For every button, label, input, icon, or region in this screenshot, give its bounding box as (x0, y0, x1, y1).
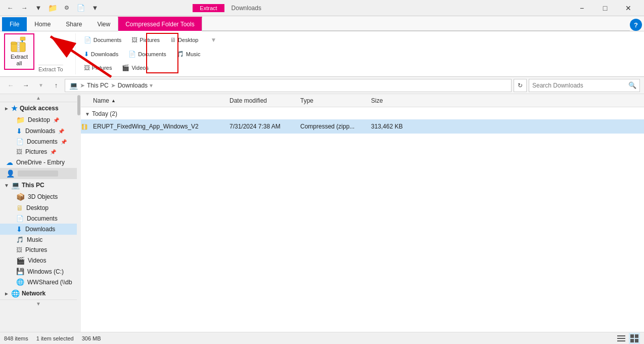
minimize-button[interactable]: − (570, 0, 593, 16)
ribbon-link-music[interactable]: 🎵 Music (176, 51, 201, 58)
address-path[interactable]: 💻 ➤ This PC ➤ Downloads ▾ (65, 79, 512, 92)
column-header-row: Name ▲ Date modified Type Size (81, 94, 644, 107)
svg-rect-14 (84, 127, 85, 128)
sidebar-item-documents-qa[interactable]: 📄 Documents 📌 (0, 137, 77, 147)
svg-rect-17 (617, 340, 625, 341)
new-folder-icon[interactable]: 📄 (75, 2, 87, 14)
refresh-button[interactable]: ↻ (514, 79, 527, 92)
sidebar-item-desktop-pc[interactable]: 🖥 Desktop (0, 202, 77, 213)
tab-extract-label: Extract (193, 4, 224, 12)
sidebar-item-wwshared[interactable]: 🌐 WWShared (\\db (0, 277, 77, 287)
items-count: 848 items (4, 335, 28, 341)
sidebar-this-pc[interactable]: ▼ 💻 This PC (0, 179, 77, 191)
toolbar-dropdown-icon[interactable]: ▼ (89, 2, 101, 14)
search-icon: 🔍 (628, 81, 636, 89)
sidebar-item-3dobjects[interactable]: 📦 3D Objects (0, 191, 77, 202)
videos-icon: 🎬 (16, 256, 25, 265)
3dobjects-icon: 📦 (16, 193, 25, 201)
nav-recent-button[interactable]: ▼ (34, 79, 48, 92)
file-list-area: Name ▲ Date modified Type Size ▼ Today (… (81, 94, 644, 332)
desktop-folder-icon: 📁 (16, 116, 25, 124)
svg-rect-2 (18, 43, 19, 45)
svg-rect-12 (84, 125, 85, 126)
properties-icon[interactable]: ⚙ (61, 2, 73, 14)
main-layout: ▲ ► ★ Quick access 📁 Desktop 📌 ⬇ Downloa… (0, 94, 644, 332)
selected-count: 1 item selected (36, 335, 74, 341)
sidebar-item-documents-pc[interactable]: 📄 Documents (0, 213, 77, 224)
svg-rect-3 (18, 46, 19, 47)
sidebar-scroll-down[interactable]: ▼ (0, 299, 77, 308)
svg-rect-19 (635, 334, 638, 338)
table-row[interactable]: ERUPT_FixedWing_App_Windows_V2 7/31/2024… (81, 119, 644, 134)
folder-icon-qa[interactable]: 📁 (47, 2, 59, 14)
recent-icon[interactable]: ▼ (32, 2, 44, 14)
selected-size: 306 MB (82, 335, 101, 341)
this-pc-icon: 💻 (69, 81, 78, 90)
col-header-size[interactable]: Size (367, 97, 418, 104)
extract-all-button[interactable]: Extractall (4, 33, 34, 70)
sidebar-item-pictures-pc[interactable]: 🖼 Pictures (0, 245, 77, 255)
group-chevron-icon[interactable]: ▼ (85, 111, 90, 117)
sidebar-item-videos[interactable]: 🎬 Videos (0, 255, 77, 266)
view-controls (616, 333, 640, 344)
ribbon-link-videos[interactable]: 🎬 Videos (122, 64, 148, 71)
sidebar-scrollbar[interactable] (77, 94, 81, 332)
col-header-name[interactable]: Name ▲ (89, 97, 225, 104)
details-view-button[interactable] (616, 333, 627, 344)
tab-file[interactable]: File (2, 17, 27, 31)
extract-to-section: Extract To (38, 33, 63, 74)
drive-c-icon: 💾 (16, 268, 24, 275)
user-icon: 👤 (6, 169, 15, 178)
svg-rect-21 (635, 339, 638, 342)
nav-forward-button[interactable]: → (19, 79, 32, 92)
path-thispc[interactable]: This PC (87, 82, 109, 89)
tab-downloads-label: Downloads (224, 4, 268, 13)
maximize-button[interactable]: □ (593, 0, 617, 16)
ribbon-link-documents[interactable]: 📄 Documents (84, 36, 122, 44)
close-button[interactable]: ✕ (617, 0, 640, 16)
nav-up-button[interactable]: ↑ (50, 79, 63, 92)
search-box[interactable]: 🔍 (529, 79, 640, 92)
forward-nav-icon[interactable]: → (18, 2, 30, 14)
music-icon: 🎵 (16, 236, 24, 243)
sidebar-item-user[interactable]: 👤 (0, 168, 77, 179)
path-downloads[interactable]: Downloads (118, 82, 148, 89)
sidebar-item-downloads-qa[interactable]: ⬇ Downloads 📌 (0, 125, 77, 137)
ribbon-link-documents2[interactable]: 📄 Documents (128, 51, 166, 58)
pictures-pc-icon: 🖼 (16, 246, 22, 253)
onedrive-icon: ☁ (6, 158, 13, 166)
back-nav-icon[interactable]: ← (4, 2, 16, 14)
sidebar-item-pictures-qa[interactable]: 🖼 Pictures 📌 (0, 147, 77, 157)
svg-rect-15 (617, 335, 625, 336)
col-header-type[interactable]: Type (296, 97, 367, 104)
tab-home[interactable]: Home (27, 17, 58, 31)
col-header-date[interactable]: Date modified (225, 97, 296, 104)
nav-back-button[interactable]: ← (4, 79, 17, 92)
ribbon-link-pictures[interactable]: 🖼 Pictures (131, 36, 160, 44)
ribbon-link-pictures2[interactable]: 🖼 Pictures (84, 64, 112, 71)
tab-compressed-folder-tools[interactable]: Compressed Folder Tools (118, 17, 202, 31)
sidebar-scrollbar-thumb[interactable] (77, 95, 80, 115)
sidebar-quick-access[interactable]: ► ★ Quick access (0, 102, 77, 114)
sidebar-scroll-up[interactable]: ▲ (0, 94, 77, 102)
ribbon-link-downloads[interactable]: ⬇ Downloads (84, 51, 118, 58)
downloads-pc-icon: ⬇ (16, 225, 22, 233)
search-input[interactable] (532, 82, 626, 89)
svg-rect-16 (617, 338, 625, 339)
sidebar-item-windows-c[interactable]: 💾 Windows (C:) (0, 266, 77, 277)
large-icons-view-button[interactable] (629, 333, 640, 344)
file-type-cell: Compressed (zipp... (296, 123, 367, 130)
computer-icon: 💻 (11, 181, 20, 189)
sidebar-item-onedrive[interactable]: ☁ OneDrive - Embry (0, 157, 77, 168)
sidebar-item-downloads-pc[interactable]: ⬇ Downloads (0, 224, 77, 235)
sidebar: ▲ ► ★ Quick access 📁 Desktop 📌 ⬇ Downloa… (0, 94, 77, 332)
extract-all-icon (10, 36, 28, 53)
tab-view[interactable]: View (89, 17, 118, 31)
sort-icon: ▲ (111, 98, 116, 103)
ribbon-link-desktop[interactable]: 🖥 Desktop (170, 36, 198, 44)
help-button[interactable]: ? (630, 19, 642, 31)
sidebar-item-music[interactable]: 🎵 Music (0, 235, 77, 245)
sidebar-item-desktop[interactable]: 📁 Desktop 📌 (0, 114, 77, 125)
tab-share[interactable]: Share (58, 17, 89, 31)
sidebar-network[interactable]: ► 🌐 Network (0, 287, 77, 299)
